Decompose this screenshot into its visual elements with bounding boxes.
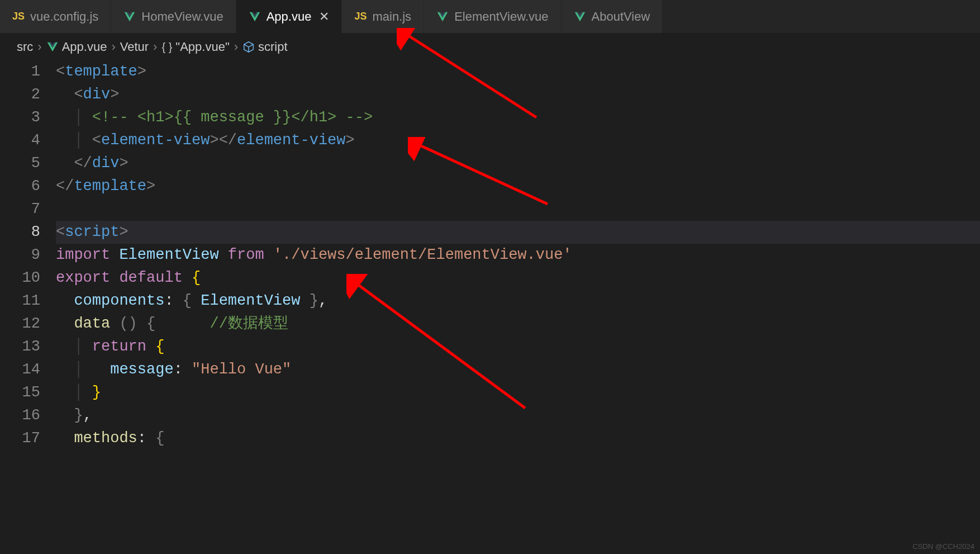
tab-aboutview[interactable]: AboutView — [562, 0, 663, 33]
tab-app-vue[interactable]: App.vue✕ — [236, 0, 342, 33]
breadcrumb-item[interactable]: script — [242, 40, 288, 54]
braces-icon: { } — [161, 41, 172, 54]
code-line[interactable]: │ <element-view></element-view> — [56, 129, 980, 152]
breadcrumb-label: Vetur — [120, 40, 149, 54]
code-line[interactable]: <template> — [56, 60, 980, 83]
code-line[interactable]: components: { ElementView }, — [56, 290, 980, 312]
line-number: 3 — [17, 106, 40, 129]
code-line[interactable]: </template> — [56, 175, 980, 198]
code-line[interactable]: <script> — [56, 221, 980, 244]
watermark: CSDN @CCH2024 — [912, 542, 974, 551]
breadcrumb-label: src — [17, 40, 33, 54]
line-number: 10 — [17, 267, 40, 290]
line-number: 5 — [17, 152, 40, 175]
code-line[interactable]: import ElementView from './views/element… — [56, 244, 980, 267]
breadcrumb-label: "App.vue" — [175, 40, 229, 54]
vue-file-icon — [436, 11, 449, 23]
breadcrumb: src›App.vue›Vetur›{ }"App.vue"›script — [0, 34, 980, 60]
vue-file-icon — [123, 11, 136, 23]
breadcrumb-item[interactable]: { }"App.vue" — [161, 40, 229, 54]
tab-homeview-vue[interactable]: HomeView.vue — [111, 0, 235, 33]
line-number: 14 — [17, 358, 40, 381]
vue-file-icon — [46, 41, 59, 53]
line-number: 16 — [17, 404, 40, 427]
code-line[interactable]: │ message: "Hello Vue" — [56, 358, 980, 381]
line-numbers-gutter: 1234567891011121314151617 — [17, 60, 56, 450]
line-number: 2 — [17, 83, 40, 106]
line-number: 11 — [17, 290, 40, 312]
tab-label: vue.config.js — [30, 10, 98, 24]
code-line[interactable]: data () { //数据模型 — [56, 312, 980, 335]
code-editor[interactable]: 1234567891011121314151617 <template> <di… — [0, 60, 980, 450]
line-number: 13 — [17, 335, 40, 358]
breadcrumb-item[interactable]: src — [17, 40, 33, 54]
editor-tabs: JSvue.config.jsHomeView.vueApp.vue✕JSmai… — [0, 0, 980, 34]
breadcrumb-label: App.vue — [62, 40, 107, 54]
tab-label: App.vue — [267, 10, 312, 24]
vue-file-icon — [574, 11, 586, 23]
tab-label: AboutView — [592, 10, 650, 24]
code-line[interactable]: │ return { — [56, 335, 980, 358]
code-line[interactable] — [56, 198, 980, 221]
tab-label: main.js — [372, 10, 411, 24]
tab-elementview-vue[interactable]: ElementView.vue — [424, 0, 560, 33]
chevron-right-icon: › — [111, 40, 115, 54]
chevron-right-icon: › — [37, 40, 41, 54]
js-file-icon: JS — [12, 11, 25, 22]
line-number: 8 — [17, 221, 40, 244]
code-line[interactable]: </div> — [56, 152, 980, 175]
chevron-right-icon: › — [153, 40, 157, 54]
breadcrumb-label: script — [258, 40, 288, 54]
tab-label: HomeView.vue — [141, 10, 223, 24]
line-number: 12 — [17, 312, 40, 335]
module-icon — [242, 41, 255, 53]
code-line[interactable]: methods: { — [56, 427, 980, 450]
code-line[interactable]: <div> — [56, 83, 980, 106]
breadcrumb-item[interactable]: Vetur — [120, 40, 149, 54]
line-number: 9 — [17, 244, 40, 267]
code-line[interactable]: │ <!-- <h1>{{ message }}</h1> --> — [56, 106, 980, 129]
code-line[interactable]: }, — [56, 404, 980, 427]
close-icon[interactable]: ✕ — [319, 10, 329, 24]
line-number: 15 — [17, 381, 40, 404]
chevron-right-icon: › — [234, 40, 238, 54]
line-number: 1 — [17, 60, 40, 83]
js-file-icon: JS — [354, 11, 367, 22]
tab-main-js[interactable]: JSmain.js — [342, 0, 424, 33]
line-number: 4 — [17, 129, 40, 152]
code-line[interactable]: │ } — [56, 381, 980, 404]
code-line[interactable]: export default { — [56, 267, 980, 290]
line-number: 17 — [17, 427, 40, 450]
breadcrumb-item[interactable]: App.vue — [46, 40, 107, 54]
tab-vue-config-js[interactable]: JSvue.config.js — [0, 0, 111, 33]
line-number: 7 — [17, 198, 40, 221]
vue-file-icon — [249, 11, 261, 23]
tab-label: ElementView.vue — [454, 10, 548, 24]
line-number: 6 — [17, 175, 40, 198]
code-area[interactable]: <template> <div> │ <!-- <h1>{{ message }… — [56, 60, 980, 450]
